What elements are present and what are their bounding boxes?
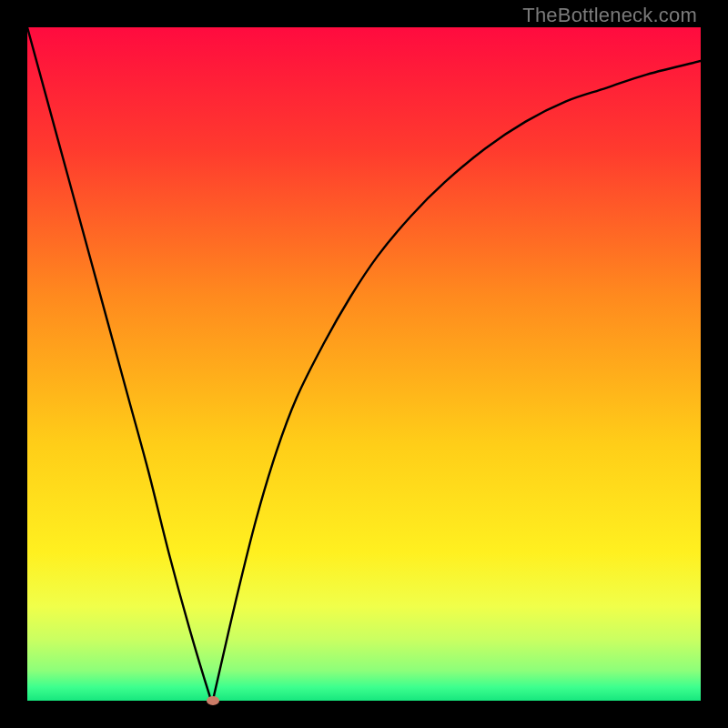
plot-area bbox=[27, 27, 701, 701]
minimum-marker bbox=[207, 696, 219, 705]
chart-frame: TheBottleneck.com bbox=[0, 0, 728, 728]
attribution-text: TheBottleneck.com bbox=[522, 4, 697, 27]
curve-layer bbox=[27, 27, 701, 701]
bottleneck-curve bbox=[27, 27, 701, 701]
